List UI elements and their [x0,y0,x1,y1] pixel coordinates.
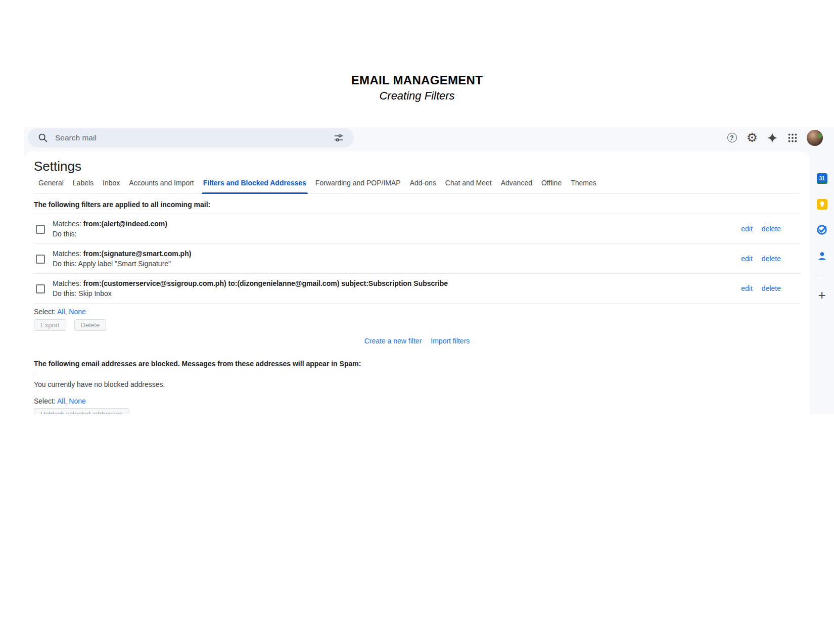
select-label: Select: [34,308,56,316]
filter-rows: Matches:from:(alert@indeed.com) Do this:… [34,214,800,304]
blocked-section-header: The following email addresses are blocke… [34,353,800,373]
filter-matches-label: Matches: [53,250,81,258]
apps-grid-icon[interactable] [782,128,803,148]
blocked-select-none-link[interactable]: None [69,397,85,405]
filter-criteria: from:(signature@smart.com.ph) [83,250,192,258]
create-new-filter-link[interactable]: Create a new filter [364,337,422,345]
filter-row: Matches:from:(customerservice@ssigroup.c… [34,274,800,304]
gemini-sparkle-icon[interactable] [762,128,782,148]
filters-section-header: The following filters are applied to all… [34,194,800,214]
filter-checkbox[interactable] [36,225,45,234]
search-input[interactable] [54,133,331,143]
search-bar[interactable] [28,128,354,147]
filter-action: Do this: Skip Inbox [53,289,448,299]
keep-icon[interactable] [814,196,829,212]
delete-button[interactable]: Delete [74,319,107,331]
gmail-topbar: ? ⚙ [24,127,834,148]
settings-tab[interactable]: Themes [566,179,601,193]
filter-checkbox[interactable] [36,284,45,293]
filter-row: Matches:from:(signature@smart.com.ph) Do… [34,244,800,274]
topbar-actions: ? ⚙ [722,128,834,148]
settings-tab[interactable]: Filters and Blocked Addresses [199,179,311,193]
filter-criteria: from:(customerservice@ssigroup.com.ph) t… [83,279,448,287]
document-title: EMAIL MANAGEMENT [0,74,834,87]
settings-card: Settings GeneralLabelsInboxAccounts and … [24,152,810,414]
settings-tab[interactable]: Chat and Meet [441,179,496,193]
blocked-select-all-link[interactable]: All [57,397,65,405]
filter-criteria: from:(alert@indeed.com) [83,220,167,228]
select-none-link[interactable]: None [69,308,85,316]
select-all-link[interactable]: All [57,308,65,316]
settings-gear-icon[interactable]: ⚙ [742,128,762,148]
get-addons-plus-icon[interactable]: + [818,288,825,302]
unblock-selected-button[interactable]: Unblock selected addresses [34,408,129,414]
settings-tab[interactable]: Add-ons [405,179,441,193]
blocked-select-line: Select: All, None [34,397,800,405]
filter-links: Create a new filter Import filters [34,337,800,345]
select-label: Select: [34,397,56,405]
filter-edit-link[interactable]: edit [741,255,753,263]
user-avatar[interactable] [807,130,823,146]
filters-button-row: Export Delete [34,319,800,331]
tasks-icon[interactable] [814,222,829,237]
export-button[interactable]: Export [34,319,66,331]
contacts-icon[interactable] [814,248,829,263]
filter-checkbox[interactable] [36,255,45,264]
import-filters-link[interactable]: Import filters [431,337,470,345]
settings-tab[interactable]: Advanced [496,179,537,193]
search-icon[interactable] [35,130,51,146]
settings-tabs: GeneralLabelsInboxAccounts and ImportFil… [34,179,800,194]
filter-row: Matches:from:(alert@indeed.com) Do this:… [34,214,800,244]
settings-tab[interactable]: Offline [537,179,566,193]
filter-matches-label: Matches: [53,279,81,287]
help-icon[interactable]: ? [722,128,742,148]
filter-delete-link[interactable]: delete [762,255,781,263]
companion-rail: 31 + [810,152,834,414]
filter-action: Do this: Apply label "Smart Signature" [53,259,191,269]
filter-action: Do this: [53,229,167,239]
filters-select-line: Select: All, None [34,308,800,316]
page-title: Settings [34,152,800,174]
filter-edit-link[interactable]: edit [741,284,753,292]
settings-tab[interactable]: Inbox [98,179,124,193]
document-subtitle: Creating Filters [0,90,834,102]
filter-delete-link[interactable]: delete [762,284,781,292]
settings-tab[interactable]: Accounts and Import [124,179,198,193]
filter-matches-label: Matches: [53,220,81,228]
blocked-button-row: Unblock selected addresses [34,408,800,414]
settings-tab[interactable]: General [34,179,68,193]
no-blocked-addresses-text: You currently have no blocked addresses. [34,380,800,388]
rail-divider [815,276,828,276]
filter-edit-link[interactable]: edit [741,225,753,233]
gmail-settings-capture: ? ⚙ Settings GeneralL [24,127,834,414]
calendar-icon[interactable]: 31 [814,171,829,186]
filter-delete-link[interactable]: delete [762,225,781,233]
settings-tab[interactable]: Labels [68,179,98,193]
document-header: EMAIL MANAGEMENT Creating Filters [0,74,834,102]
tune-icon[interactable] [331,130,347,146]
settings-tab[interactable]: Forwarding and POP/IMAP [311,179,405,193]
